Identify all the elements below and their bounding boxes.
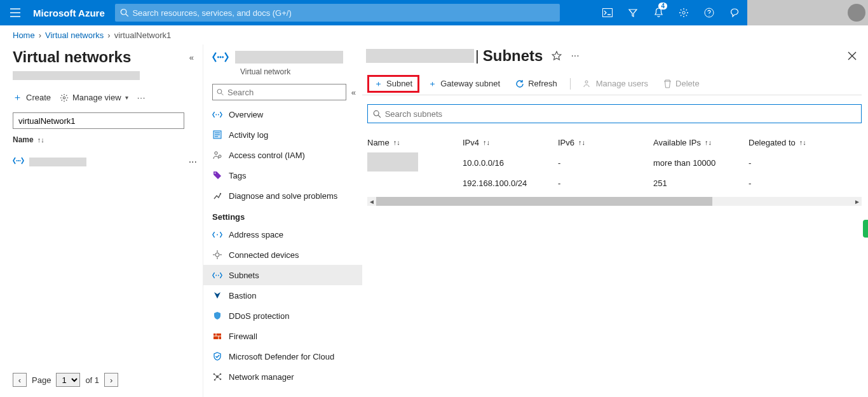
refresh-button[interactable]: Refresh	[509, 76, 564, 91]
scroll-left-button[interactable]: ◄	[367, 197, 376, 206]
global-search[interactable]	[115, 4, 560, 22]
col-ipv4[interactable]: IPv4↑↓	[463, 138, 558, 147]
firewall-icon	[212, 332, 222, 340]
col-delegated[interactable]: Delegated to↑↓	[749, 138, 837, 147]
settings-button[interactable]	[671, 0, 696, 25]
help-button[interactable]	[696, 0, 722, 25]
more-button[interactable]: ···	[137, 93, 146, 102]
detail-header: | Subnets ···	[362, 44, 868, 65]
svg-line-33	[378, 115, 381, 118]
col-name[interactable]: Name↑↓	[367, 138, 463, 147]
vnet-icon	[13, 157, 23, 167]
delete-button: Delete	[657, 76, 706, 91]
scrollbar-thumb[interactable]	[376, 197, 712, 206]
favorite-button[interactable]	[552, 51, 562, 61]
nav-search-input[interactable]	[227, 88, 342, 97]
global-search-input[interactable]	[132, 8, 554, 18]
filter-input[interactable]	[13, 112, 184, 129]
cell-delegated: -	[749, 158, 837, 168]
breadcrumb-home[interactable]: Home	[13, 30, 35, 40]
search-subnets-input[interactable]	[385, 109, 856, 119]
cell-ipv6: -	[558, 178, 653, 188]
notifications-button[interactable]: 4	[646, 0, 671, 25]
vnet-list-item[interactable]: ···	[13, 152, 197, 172]
pager-of-label: of 1	[85, 375, 99, 385]
gear-icon	[60, 93, 69, 102]
detail-pane: | Subnets ··· ＋ Subnet ＋ Gateway subnet …	[362, 44, 868, 397]
feedback-button[interactable]	[722, 0, 747, 25]
svg-point-24	[218, 274, 219, 276]
manage-view-button[interactable]: Manage view ▾	[60, 93, 128, 102]
close-button[interactable]	[848, 51, 857, 60]
nav-defender[interactable]: Microsoft Defender for Cloud	[203, 346, 362, 367]
activity-log-icon	[212, 130, 222, 139]
search-subnets[interactable]	[367, 104, 862, 123]
detail-more-button[interactable]: ···	[571, 50, 579, 62]
pane-title: Virtual networks	[13, 48, 131, 66]
feedback-tab[interactable]	[863, 220, 868, 238]
cloud-shell-icon	[602, 8, 613, 17]
column-header-name[interactable]: Name ↑↓	[13, 135, 203, 144]
create-button[interactable]: ＋ Create	[13, 91, 51, 104]
scroll-right-button[interactable]: ►	[853, 197, 862, 206]
hamburger-menu[interactable]	[0, 0, 31, 25]
subnets-table: Name↑↓ IPv4↑↓ IPv6↑↓ Available IPs↑↓ Del…	[367, 132, 862, 193]
pager-page-label: Page	[32, 375, 51, 385]
table-row[interactable]: 10.0.0.0/16 - more than 10000 -	[367, 152, 862, 173]
nav-ddos[interactable]: DDoS protection	[203, 306, 362, 326]
table-row[interactable]: 192.168.100.0/24 - 251 -	[367, 173, 862, 193]
nav-activity-log[interactable]: Activity log	[203, 124, 362, 145]
sort-icon: ↑↓	[393, 138, 400, 146]
top-bar: Microsoft Azure 4	[0, 0, 868, 25]
breadcrumb: Home › Virtual networks › virtualNetwork…	[0, 25, 868, 44]
svg-rect-2	[603, 9, 613, 17]
nav-overview[interactable]: Overview	[203, 104, 362, 124]
nav-address-space[interactable]: Address space	[203, 224, 362, 245]
iam-icon	[212, 151, 222, 159]
nav-access-control[interactable]: Access control (IAM)	[203, 145, 362, 165]
pager-prev-button[interactable]: ‹	[13, 373, 27, 387]
nav-diagnose[interactable]: Diagnose and solve problems	[203, 185, 362, 206]
col-available-ips[interactable]: Available IPs↑↓	[653, 138, 749, 147]
nav-network-manager[interactable]: Network manager	[203, 367, 362, 387]
directories-button[interactable]	[620, 0, 646, 25]
subscription-label	[13, 71, 140, 80]
nav-firewall[interactable]: Firewall	[203, 326, 362, 346]
add-subnet-button[interactable]: ＋ Subnet	[367, 75, 419, 93]
nav-subnets[interactable]: Subnets	[203, 265, 362, 285]
row-more-button[interactable]: ···	[189, 156, 197, 168]
cell-ipv4: 192.168.100.0/24	[463, 178, 558, 188]
svg-point-21	[217, 234, 218, 235]
subnets-icon	[212, 272, 222, 279]
plus-icon: ＋	[374, 78, 383, 90]
pager-page-select[interactable]: 1	[56, 373, 80, 387]
resource-nav-pane: Virtual network « Overview Activity log …	[203, 44, 362, 397]
breadcrumb-vnets[interactable]: Virtual networks	[45, 30, 104, 40]
account-block[interactable]	[747, 0, 868, 25]
sort-icon: ↑↓	[705, 138, 712, 146]
add-gateway-subnet-button[interactable]: ＋ Gateway subnet	[422, 76, 506, 92]
svg-line-1	[126, 14, 128, 17]
cell-ipv6: -	[558, 158, 653, 168]
pager-next-button[interactable]: ›	[104, 373, 118, 387]
nav-tags[interactable]: Tags	[203, 165, 362, 185]
manage-view-label: Manage view	[72, 93, 121, 102]
top-icon-bar: 4	[595, 0, 747, 25]
svg-point-14	[215, 114, 217, 115]
nav-connected-devices[interactable]: Connected devices	[203, 245, 362, 265]
nav-bastion[interactable]: Bastion	[203, 285, 362, 306]
svg-point-11	[222, 57, 224, 58]
breadcrumb-current: virtualNetwork1	[114, 30, 172, 40]
left-toolbar: ＋ Create Manage view ▾ ···	[13, 91, 203, 104]
svg-point-22	[215, 253, 219, 257]
horizontal-scrollbar[interactable]: ◄ ►	[367, 197, 862, 206]
pager: ‹ Page 1 of 1 ›	[13, 373, 203, 387]
cloud-shell-button[interactable]	[595, 0, 620, 25]
nav-scroll[interactable]: Overview Activity log Access control (IA…	[203, 104, 362, 397]
collapse-pane-button[interactable]: «	[189, 53, 194, 62]
collapse-nav-button[interactable]: «	[351, 88, 356, 97]
star-icon	[552, 51, 562, 61]
col-ipv6[interactable]: IPv6↑↓	[558, 138, 653, 147]
nav-search[interactable]	[212, 84, 346, 100]
chevron-down-icon: ▾	[125, 94, 128, 101]
